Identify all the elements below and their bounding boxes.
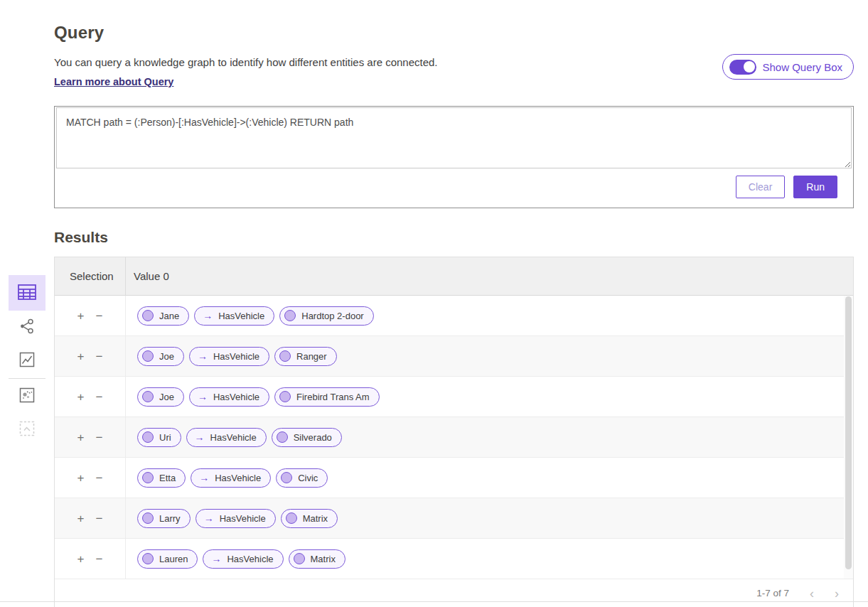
source-node-chip[interactable]: Joe [137, 387, 184, 407]
target-node-label: Ranger [296, 351, 327, 362]
results-title: Results [54, 229, 854, 246]
node-icon [279, 391, 291, 402]
arrow-right-icon: → [203, 310, 213, 321]
selection-cell: + − [55, 377, 126, 417]
target-node-chip[interactable]: Firebird Trans Am [274, 387, 380, 407]
edge-chip[interactable]: → HasVehicle [195, 509, 276, 528]
next-page-button[interactable]: › [835, 587, 839, 600]
row-add-button[interactable]: + [76, 552, 86, 566]
node-icon [142, 553, 154, 564]
run-button[interactable]: Run [793, 176, 837, 198]
source-node-label: Etta [159, 473, 176, 483]
edge-chip[interactable]: → HasVehicle [191, 468, 271, 488]
selection-cell: + − [55, 458, 126, 498]
row-remove-button[interactable]: − [95, 349, 105, 364]
source-node-label: Joe [159, 351, 174, 362]
tab-chart-view[interactable] [9, 344, 45, 377]
selection-cell: + − [55, 296, 126, 335]
show-query-box-toggle[interactable]: Show Query Box [722, 54, 854, 80]
table-row: + − Etta → HasVehicle Civic [55, 458, 853, 498]
row-add-button[interactable]: + [76, 390, 86, 404]
arrow-right-icon: → [198, 391, 208, 402]
tab-map-view[interactable] [9, 380, 45, 413]
target-node-chip[interactable]: Hardtop 2-door [279, 306, 373, 326]
source-node-chip[interactable]: Etta [137, 468, 186, 488]
page-title: Query [54, 23, 854, 43]
source-node-label: Joe [159, 392, 174, 402]
row-remove-button[interactable]: − [95, 511, 105, 526]
source-node-label: Lauren [159, 554, 188, 564]
query-page: Query You can query a knowledge graph to… [0, 0, 868, 607]
source-node-chip[interactable]: Lauren [137, 549, 198, 569]
node-icon [142, 310, 154, 321]
column-header-selection: Selection [55, 257, 126, 295]
row-add-button[interactable]: + [76, 430, 86, 445]
scrollbar-thumb[interactable] [845, 296, 852, 569]
arrow-right-icon: → [199, 472, 209, 483]
row-add-button[interactable]: + [76, 511, 86, 526]
source-node-chip[interactable]: Larry [137, 509, 191, 528]
row-remove-button[interactable]: − [95, 552, 105, 566]
value-cell: Lauren → HasVehicle Matrix [126, 539, 345, 579]
row-add-button[interactable]: + [76, 349, 86, 364]
edge-chip[interactable]: → HasVehicle [189, 347, 269, 366]
edge-label: HasVehicle [210, 432, 257, 443]
target-node-label: Matrix [311, 554, 336, 564]
node-icon [142, 431, 154, 443]
tab-detail-view [9, 413, 45, 446]
clear-button[interactable]: Clear [736, 176, 785, 198]
edge-chip[interactable]: → HasVehicle [189, 387, 269, 407]
edge-chip[interactable]: → HasVehicle [194, 306, 274, 326]
value-cell: Larry → HasVehicle Matrix [126, 498, 338, 538]
table-row: + − Larry → HasVehicle Matrix [55, 498, 853, 539]
map-icon [18, 387, 36, 406]
target-node-label: Hardtop 2-door [301, 311, 363, 321]
edge-chip[interactable]: → HasVehicle [203, 549, 283, 569]
row-remove-button[interactable]: − [95, 390, 105, 404]
node-icon [142, 391, 154, 402]
detail-icon [18, 420, 36, 439]
tab-table-view[interactable] [9, 275, 45, 311]
edge-label: HasVehicle [218, 311, 264, 321]
node-icon [281, 472, 292, 483]
learn-more-link[interactable]: Learn more about Query [54, 76, 173, 87]
prev-page-button[interactable]: ‹ [810, 587, 814, 600]
source-node-chip[interactable]: Joe [137, 347, 184, 366]
source-node-label: Larry [159, 513, 181, 524]
query-section: Query You can query a knowledge graph to… [54, 23, 854, 208]
row-add-button[interactable]: + [76, 471, 86, 485]
table-row: + − Joe → HasVehicle Firebird Trans Am [55, 377, 853, 417]
edge-chip[interactable]: → HasVehicle [186, 428, 267, 447]
target-node-chip[interactable]: Civic [276, 468, 328, 488]
table-scrollbar[interactable] [844, 296, 853, 579]
target-node-chip[interactable]: Silverado [272, 428, 342, 447]
target-node-chip[interactable]: Matrix [289, 549, 345, 569]
target-node-chip[interactable]: Matrix [281, 509, 338, 528]
results-table: Selection Value 0 + − Jane → HasVehicle … [54, 257, 854, 607]
table-header: Selection Value 0 [55, 257, 853, 296]
source-node-chip[interactable]: Uri [137, 428, 181, 447]
tab-graph-view[interactable] [9, 311, 45, 344]
query-box: MATCH path = (:Person)-[:HasVehicle]->(:… [54, 106, 854, 208]
sidebar-divider [9, 378, 45, 379]
node-icon [142, 350, 154, 362]
value-cell: Etta → HasVehicle Civic [126, 458, 328, 498]
node-icon [279, 350, 291, 362]
selection-cell: + − [55, 417, 126, 457]
selection-cell: + − [55, 539, 126, 579]
row-remove-button[interactable]: − [95, 308, 105, 323]
toggle-on-icon[interactable] [729, 60, 756, 75]
source-node-chip[interactable]: Jane [137, 306, 189, 326]
row-remove-button[interactable]: − [95, 471, 105, 485]
source-node-label: Jane [159, 311, 179, 321]
value-cell: Joe → HasVehicle Ranger [126, 336, 337, 376]
arrow-right-icon: → [195, 431, 205, 443]
row-remove-button[interactable]: − [95, 430, 105, 445]
graph-icon [18, 318, 36, 337]
table-row: + − Joe → HasVehicle Ranger [55, 336, 853, 377]
target-node-chip[interactable]: Ranger [274, 347, 337, 366]
query-input[interactable]: MATCH path = (:Person)-[:HasVehicle]->(:… [56, 107, 852, 168]
edge-label: HasVehicle [215, 473, 261, 483]
row-add-button[interactable]: + [76, 308, 86, 323]
node-icon [142, 512, 154, 524]
